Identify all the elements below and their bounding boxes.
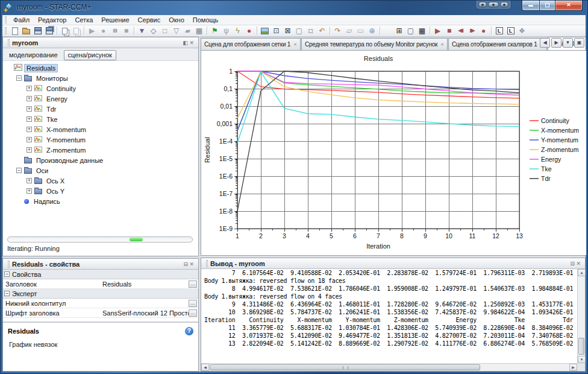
walk-person-icon[interactable]: ψ [220, 26, 232, 36]
tree-node[interactable]: +Energy [3, 94, 198, 104]
property-value[interactable]: SansSerif-плоский 12 Простой [102, 309, 189, 317]
tree-node-label[interactable]: Ось X [45, 177, 66, 185]
ellipsis-button[interactable]: … [189, 300, 197, 307]
menu-item-4[interactable]: Сервис [134, 16, 165, 24]
volume-mesh-icon[interactable]: ▦ [193, 26, 205, 36]
tree-node-label[interactable]: Tdr [45, 106, 58, 113]
tree-node-label[interactable]: Мониторы [34, 75, 70, 82]
expander-icon[interactable]: − [16, 168, 22, 173]
maximize-button[interactable] [539, 1, 555, 11]
tree-node-label[interactable]: Y-momentum [45, 136, 87, 144]
quick-button[interactable] [478, 2, 487, 7]
report-tool-icon[interactable]: L [493, 26, 505, 36]
tree-node[interactable]: −Оси [3, 165, 198, 176]
explorer-tab-scene[interactable]: сцена/рисунок [64, 50, 116, 60]
ruler-icon[interactable]: ▭ [355, 26, 366, 36]
new-file-icon[interactable] [9, 26, 20, 36]
scroll-right-icon[interactable]: ▶ [569, 364, 577, 371]
collapse-icon[interactable]: − [4, 291, 10, 296]
expander-icon[interactable]: + [27, 188, 32, 194]
surface-mesh-icon[interactable]: ▰ [182, 26, 193, 36]
copy-icon[interactable] [59, 26, 70, 36]
close-panel-icon[interactable]: ✕ [576, 261, 581, 267]
close-button[interactable]: ✕ [555, 1, 583, 11]
step-back-icon[interactable]: ◀▮ [455, 26, 466, 36]
globe-icon[interactable]: ⊕ [366, 26, 378, 36]
tree-node-label[interactable]: X-momentum [45, 126, 88, 133]
explorer-tab-modeling[interactable]: моделирование [5, 51, 61, 60]
tree-node-label[interactable]: Производные данные [34, 157, 105, 164]
properties-mode-icon[interactable]: ⊟ [183, 261, 189, 267]
menubar-grip[interactable] [5, 16, 7, 24]
halt-solver-icon[interactable]: ■ [443, 26, 455, 36]
maximize-view-icon[interactable]: ▣ [574, 38, 584, 48]
save-all-icon[interactable] [43, 26, 55, 36]
menu-item-1[interactable]: Редактор [34, 16, 70, 24]
tree-node[interactable]: +Tke [3, 114, 198, 124]
dock-panel-icon[interactable]: ◧ [183, 40, 189, 46]
snapshot-icon[interactable]: ◘ [305, 26, 316, 36]
tree-node[interactable]: Производные данные [3, 155, 198, 165]
close-panel-icon[interactable]: ✕ [189, 261, 194, 267]
tree-node[interactable]: +Ось Y [3, 186, 198, 196]
expander-icon[interactable]: + [27, 86, 32, 91]
record-run-icon[interactable]: ● [478, 26, 489, 36]
tree-node[interactable]: +Continuity [3, 83, 198, 94]
quick-button[interactable] [488, 2, 499, 7]
document-tab-1[interactable]: Средняя температура по объему Monitor ри… [301, 38, 448, 50]
record-solve-icon[interactable]: ● [243, 26, 255, 36]
record-icon[interactable]: ● [98, 26, 109, 36]
save-icon[interactable] [32, 26, 43, 36]
tree-node-label[interactable]: Надпись [32, 198, 62, 205]
tree-node[interactable]: Residuals [3, 63, 198, 73]
expander-icon[interactable]: + [27, 106, 32, 112]
fit-plot-icon[interactable]: ⊞ [393, 26, 405, 36]
redo-icon[interactable]: ↷ [332, 26, 343, 36]
close-tab-icon[interactable]: ✕ [293, 42, 297, 47]
finish-flag-icon[interactable]: ⚑ [209, 26, 220, 36]
expander-icon[interactable]: − [16, 75, 22, 81]
expander-icon[interactable]: + [27, 127, 32, 132]
quick-button[interactable] [500, 2, 508, 7]
help-icon[interactable]: ? [185, 327, 193, 335]
scene-icon[interactable] [259, 26, 271, 36]
close-panel-icon[interactable]: ✕ [189, 40, 194, 46]
scroll-tabs-left-icon[interactable]: ◀ [540, 38, 550, 48]
ellipsis-button[interactable]: … [189, 280, 197, 288]
menu-item-0[interactable]: Файл [9, 16, 34, 24]
menu-item-5[interactable]: Окно [164, 16, 189, 24]
zoom-reset-icon[interactable]: ▦ [416, 26, 428, 36]
title-bar[interactable]: + myroom - STAR-CCM+ ✕ [1, 1, 587, 15]
plot-tool-icon[interactable] [382, 26, 393, 36]
play-icon[interactable]: ▶ [86, 26, 98, 36]
scroll-thumb[interactable] [210, 364, 480, 370]
tree-node[interactable]: +Z-momentum [3, 145, 198, 155]
tree-node[interactable]: Надпись [3, 196, 198, 206]
close-tab-icon[interactable]: ✕ [440, 42, 444, 47]
expander-icon[interactable]: + [27, 178, 32, 183]
scroll-thumb[interactable] [578, 338, 584, 355]
run-person-icon[interactable]: ϟ [232, 26, 243, 36]
panel-grip[interactable] [8, 39, 10, 46]
box-3d-icon[interactable]: ▱ [343, 26, 355, 36]
fit-view-icon[interactable]: ⊡ [271, 26, 282, 36]
panel-grip[interactable] [206, 260, 208, 267]
expander-icon[interactable]: + [27, 116, 32, 122]
panel-grip[interactable] [8, 261, 10, 268]
horizontal-scrollbar[interactable]: ◀ ▶ [201, 363, 577, 371]
rubberband-icon[interactable]: ▢ [293, 26, 305, 36]
collapse-icon[interactable]: − [4, 271, 10, 277]
properties-section[interactable]: −Свойства [3, 270, 198, 279]
mesh-2d-icon[interactable]: ◇ [148, 26, 159, 36]
tree-node-label[interactable]: Оси [34, 167, 50, 174]
console-options-icon[interactable]: ⊟ [570, 261, 576, 267]
vertical-scrollbar[interactable]: ▲ ▼ [577, 269, 585, 363]
open-simulation-icon[interactable] [20, 26, 32, 36]
scroll-left-icon[interactable]: ◀ [201, 364, 209, 371]
tree-node[interactable]: −Мониторы [3, 73, 198, 83]
tree-node-label[interactable]: Ось Y [45, 188, 66, 195]
tree-node[interactable]: +X-momentum [3, 124, 198, 135]
stop-icon[interactable]: ■ [120, 26, 132, 36]
step-forward-icon[interactable]: ▮▶ [466, 26, 478, 36]
property-value[interactable]: Residuals [102, 280, 189, 288]
